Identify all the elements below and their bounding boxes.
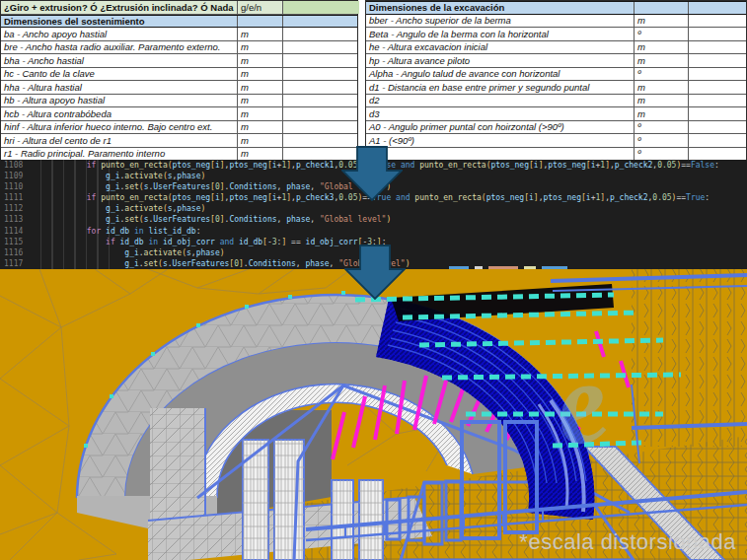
label-cell[interactable]: hinf - Altura inferior hueco interno. Ba… [1,121,238,134]
unit-cell[interactable]: m [635,15,689,28]
unit-cell[interactable]: m [635,41,689,54]
table-row[interactable]: Alpha - Angulo talud de avance con horiz… [366,68,746,82]
label-cell[interactable]: ¿Giro + extrusion? Ó ¿Extrusión inclinad… [1,1,238,14]
label-cell[interactable]: d3 [366,107,635,120]
unit-cell[interactable]: m [635,54,689,67]
unit-cell[interactable]: m [238,107,283,120]
unit-cell[interactable] [238,16,283,28]
unit-cell[interactable]: g/e/n [238,1,283,14]
unit-cell[interactable]: º [635,28,689,40]
table-row[interactable]: hb - Altura apoyo hastialm [1,95,357,108]
unit-cell[interactable]: m [238,95,283,107]
code-line[interactable]: 1112 g_i.activate(s,phase) [0,203,747,214]
value-cell[interactable] [689,2,747,14]
label-cell[interactable]: he - Altura excavacion inicial [366,41,635,54]
value-cell[interactable] [283,16,359,28]
value-cell[interactable] [283,107,359,120]
table-row[interactable]: hp - Altura avance pilotom [366,54,746,68]
unit-cell[interactable]: m [238,68,283,81]
value-cell[interactable] [689,107,747,120]
value-cell[interactable] [283,28,359,40]
table-row[interactable]: bber - Ancho superior de la bermam [366,15,746,29]
value-cell[interactable] [283,68,359,81]
label-cell[interactable]: Beta - Angulo de la berma con la horizon… [366,28,635,40]
table-row[interactable]: hc - Canto de la clavem [1,68,357,82]
label-cell[interactable]: r1 - Radio principal. Paramento interno [1,148,238,161]
code-line[interactable]: 1113 g_i.set(s.UserFeatures[0].Condition… [0,214,747,225]
table-row[interactable]: Dimensiones del sostenimiento [1,15,357,29]
label-cell[interactable]: bber - Ancho superior de la berma [366,15,635,28]
table-row[interactable]: A2º [366,148,746,162]
label-cell[interactable]: hp - Altura avance piloto [366,54,635,67]
label-cell[interactable]: hri - Altura del cento de r1 [1,134,238,147]
model-viewport-3d[interactable]: e *escala distorsionada [0,269,747,560]
table-row[interactable]: hinf - Altura inferior hueco interno. Ba… [1,121,357,135]
unit-cell[interactable]: m [238,28,283,40]
label-cell[interactable]: Dimensiones de la excavación [366,2,635,14]
unit-cell[interactable]: m [238,81,283,94]
label-cell[interactable]: Alpha - Angulo talud de avance con horiz… [366,68,635,81]
unit-cell[interactable]: m [635,81,689,94]
value-cell[interactable] [689,28,747,40]
table-row[interactable]: d3m [366,107,746,121]
value-cell[interactable] [689,54,747,67]
value-cell[interactable] [689,15,747,28]
unit-cell[interactable]: m [238,54,283,67]
label-cell[interactable]: A2 [366,148,635,161]
table-row[interactable]: bre - Ancho hasta radio auxiliar. Parame… [1,41,357,55]
value-cell[interactable] [689,68,747,81]
table-row[interactable]: hha - Altura hastialm [1,81,357,95]
value-cell[interactable] [283,54,359,67]
code-line[interactable]: 1114 for id_db in list_id_db: [0,226,747,237]
value-cell[interactable] [283,1,359,14]
value-cell[interactable] [283,95,359,107]
value-cell[interactable] [689,134,747,147]
value-cell[interactable] [283,134,359,147]
unit-cell[interactable]: m [238,41,283,54]
unit-cell[interactable]: m [238,148,283,161]
table-row[interactable]: bha - Ancho hastialm [1,54,357,68]
label-cell[interactable]: d2 [366,95,635,107]
label-cell[interactable]: d1 - Distancia en base entre primer y se… [366,81,635,94]
unit-cell[interactable]: º [635,134,689,147]
table-row[interactable]: hri - Altura del cento de r1m [1,134,357,148]
table-dimensiones-excavacion[interactable]: Dimensiones de la excavaciónbber - Ancho… [365,0,747,162]
label-cell[interactable]: A0 - Angulo primer puntal con hoirzontal… [366,121,635,134]
table-row[interactable]: r1 - Radio principal. Paramento internom [1,148,357,162]
unit-cell[interactable] [635,2,689,14]
table-row[interactable]: Beta - Angulo de la berma con la horizon… [366,28,746,41]
unit-cell[interactable]: º [635,121,689,134]
unit-cell[interactable]: º [635,148,689,161]
unit-cell[interactable]: m [635,95,689,107]
table-row[interactable]: hcb - Altura contrabóbedam [1,107,357,121]
unit-cell[interactable]: m [238,121,283,134]
value-cell[interactable] [283,41,359,54]
label-cell[interactable]: hc - Canto de la clave [1,68,238,81]
label-cell[interactable]: hb - Altura apoyo hastial [1,95,238,107]
table-row[interactable]: A0 - Angulo primer puntal con hoirzontal… [366,121,746,135]
unit-cell[interactable]: m [238,134,283,147]
table-row[interactable]: ¿Giro + extrusion? Ó ¿Extrusión inclinad… [1,1,357,15]
label-cell[interactable]: ba - Ancho apoyo hastial [1,28,238,40]
unit-cell[interactable]: º [635,68,689,81]
table-row[interactable]: A1 - (<90º)º [366,134,746,148]
table-row[interactable]: d1 - Distancia en base entre primer y se… [366,81,746,95]
label-cell[interactable]: bha - Ancho hastial [1,54,238,67]
label-cell[interactable]: hha - Altura hastial [1,81,238,94]
value-cell[interactable] [689,121,747,134]
table-row[interactable]: ba - Ancho apoyo hastialm [1,28,357,41]
table-row[interactable]: he - Altura excavacion inicialm [366,41,746,55]
label-cell[interactable]: A1 - (<90º) [366,134,635,147]
value-cell[interactable] [283,81,359,94]
label-cell[interactable]: hcb - Altura contrabóbeda [1,107,238,120]
value-cell[interactable] [689,148,747,161]
unit-cell[interactable]: m [635,107,689,120]
table-row[interactable]: d2m [366,95,746,108]
value-cell[interactable] [689,81,747,94]
table-dimensiones-sostenimiento[interactable]: ¿Giro + extrusion? Ó ¿Extrusión inclinad… [0,0,358,162]
value-cell[interactable] [689,41,747,54]
label-cell[interactable]: bre - Ancho hasta radio auxiliar. Parame… [1,41,238,54]
value-cell[interactable] [689,95,747,107]
label-cell[interactable]: Dimensiones del sostenimiento [1,16,238,28]
table-row[interactable]: Dimensiones de la excavación [366,1,746,15]
